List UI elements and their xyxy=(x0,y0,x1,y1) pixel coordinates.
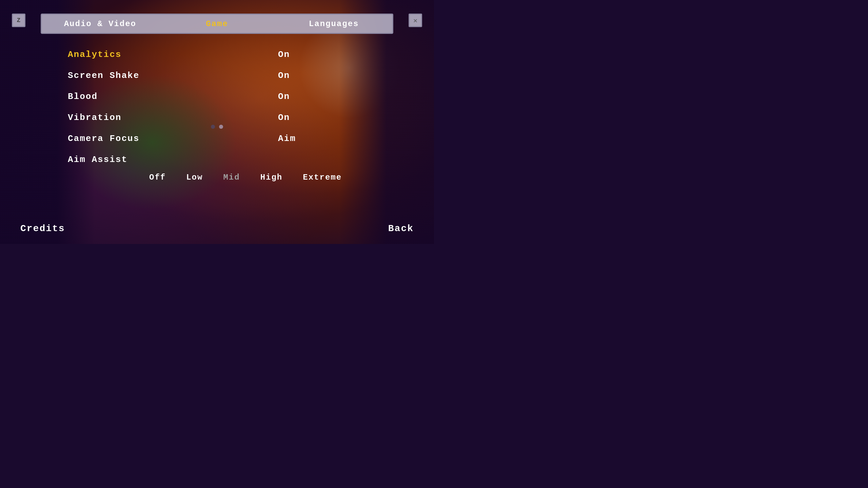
setting-row-camera-focus[interactable]: Camera Focus Aim xyxy=(0,128,434,149)
tab-languages[interactable]: Languages xyxy=(275,14,392,34)
tab-bar-wrapper: Z Audio & Video Game Languages ✕ xyxy=(27,7,407,34)
setting-row-aim-assist[interactable]: Aim Assist xyxy=(0,149,434,170)
blood-value: On xyxy=(278,92,290,102)
screen-shake-value: On xyxy=(278,70,290,81)
camera-focus-value: Aim xyxy=(278,134,296,144)
aim-assist-row-inner: Aim Assist xyxy=(68,155,434,165)
aim-option-off[interactable]: Off xyxy=(149,173,166,182)
blood-row-inner: Blood On xyxy=(68,92,434,102)
setting-row-blood[interactable]: Blood On xyxy=(0,86,434,107)
analytics-label: Analytics xyxy=(68,49,197,60)
close-button[interactable]: ✕ xyxy=(409,14,422,27)
aim-option-low[interactable]: Low xyxy=(186,173,203,182)
vibration-label: Vibration xyxy=(68,113,197,123)
tab-items: Audio & Video Game Languages xyxy=(42,14,392,34)
ui-container: Z Audio & Video Game Languages ✕ xyxy=(0,0,434,244)
back-button[interactable]: Back xyxy=(388,223,414,234)
tab-bar: Audio & Video Game Languages xyxy=(41,14,393,34)
aim-option-extreme[interactable]: Extreme xyxy=(303,173,342,182)
credits-button[interactable]: Credits xyxy=(20,223,65,234)
settings-content: Analytics On Screen Shake On Blood On Vi… xyxy=(0,34,434,217)
camera-focus-label: Camera Focus xyxy=(68,134,197,144)
setting-row-screen-shake[interactable]: Screen Shake On xyxy=(0,65,434,86)
setting-row-analytics[interactable]: Analytics On xyxy=(0,44,434,65)
screen-shake-label: Screen Shake xyxy=(68,70,197,81)
window-icon[interactable]: Z xyxy=(12,14,25,27)
vibration-row-inner: Vibration On xyxy=(68,113,434,123)
blood-label: Blood xyxy=(68,92,197,102)
analytics-row-inner: Analytics On xyxy=(68,49,434,60)
tab-audio-video[interactable]: Audio & Video xyxy=(42,14,159,34)
aim-option-mid[interactable]: Mid xyxy=(223,173,240,182)
aim-assist-label: Aim Assist xyxy=(68,155,197,165)
tab-game[interactable]: Game xyxy=(159,14,276,34)
analytics-value: On xyxy=(278,49,290,60)
setting-row-vibration[interactable]: Vibration On xyxy=(0,107,434,128)
bottom-bar: Credits Back xyxy=(0,217,434,244)
vibration-value: On xyxy=(278,113,290,123)
camera-focus-row-inner: Camera Focus Aim xyxy=(68,134,434,144)
aim-option-high[interactable]: High xyxy=(260,173,283,182)
aim-assist-options: Off Low Mid High Extreme xyxy=(68,170,434,185)
screen-shake-row-inner: Screen Shake On xyxy=(68,70,434,81)
